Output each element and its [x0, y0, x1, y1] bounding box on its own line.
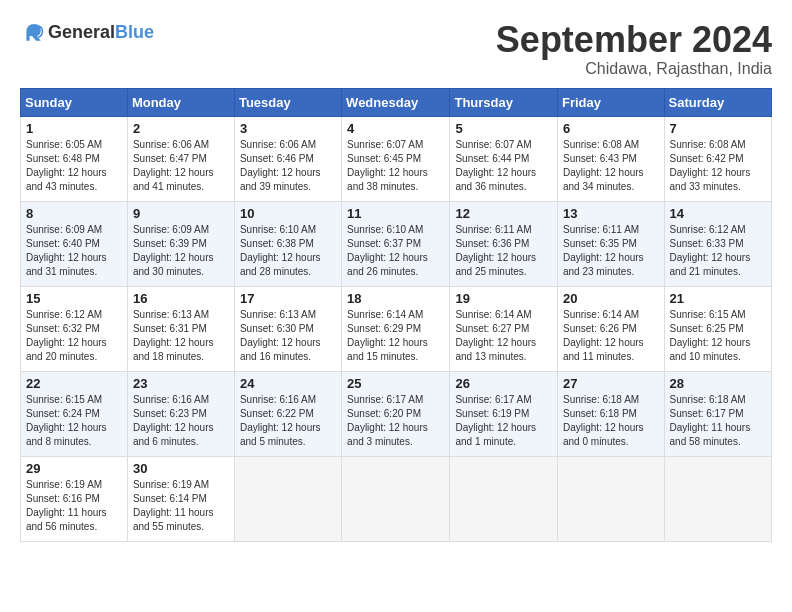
day-number: 7: [670, 121, 766, 136]
day-info: Sunrise: 6:15 AM Sunset: 6:25 PM Dayligh…: [670, 308, 766, 364]
calendar-cell: 12Sunrise: 6:11 AM Sunset: 6:36 PM Dayli…: [450, 201, 558, 286]
day-number: 8: [26, 206, 122, 221]
calendar-table: SundayMondayTuesdayWednesdayThursdayFrid…: [20, 88, 772, 542]
calendar-cell: 30Sunrise: 6:19 AM Sunset: 6:14 PM Dayli…: [127, 456, 234, 541]
calendar-cell: 5Sunrise: 6:07 AM Sunset: 6:44 PM Daylig…: [450, 116, 558, 201]
calendar-cell: [450, 456, 558, 541]
day-info: Sunrise: 6:05 AM Sunset: 6:48 PM Dayligh…: [26, 138, 122, 194]
calendar-cell: 18Sunrise: 6:14 AM Sunset: 6:29 PM Dayli…: [342, 286, 450, 371]
day-number: 27: [563, 376, 659, 391]
calendar-cell: 10Sunrise: 6:10 AM Sunset: 6:38 PM Dayli…: [234, 201, 341, 286]
day-number: 14: [670, 206, 766, 221]
day-info: Sunrise: 6:19 AM Sunset: 6:16 PM Dayligh…: [26, 478, 122, 534]
calendar-cell: 29Sunrise: 6:19 AM Sunset: 6:16 PM Dayli…: [21, 456, 128, 541]
day-info: Sunrise: 6:09 AM Sunset: 6:40 PM Dayligh…: [26, 223, 122, 279]
calendar-cell: 14Sunrise: 6:12 AM Sunset: 6:33 PM Dayli…: [664, 201, 771, 286]
day-info: Sunrise: 6:16 AM Sunset: 6:22 PM Dayligh…: [240, 393, 336, 449]
calendar-week-1: 1Sunrise: 6:05 AM Sunset: 6:48 PM Daylig…: [21, 116, 772, 201]
day-number: 16: [133, 291, 229, 306]
calendar-cell: 17Sunrise: 6:13 AM Sunset: 6:30 PM Dayli…: [234, 286, 341, 371]
day-number: 6: [563, 121, 659, 136]
calendar-cell: 11Sunrise: 6:10 AM Sunset: 6:37 PM Dayli…: [342, 201, 450, 286]
calendar-header-row: SundayMondayTuesdayWednesdayThursdayFrid…: [21, 88, 772, 116]
day-info: Sunrise: 6:10 AM Sunset: 6:37 PM Dayligh…: [347, 223, 444, 279]
day-number: 20: [563, 291, 659, 306]
month-title: September 2024: [496, 20, 772, 60]
weekday-header-wednesday: Wednesday: [342, 88, 450, 116]
calendar-cell: 24Sunrise: 6:16 AM Sunset: 6:22 PM Dayli…: [234, 371, 341, 456]
calendar-cell: 13Sunrise: 6:11 AM Sunset: 6:35 PM Dayli…: [558, 201, 665, 286]
calendar-cell: 1Sunrise: 6:05 AM Sunset: 6:48 PM Daylig…: [21, 116, 128, 201]
calendar-cell: 26Sunrise: 6:17 AM Sunset: 6:19 PM Dayli…: [450, 371, 558, 456]
day-info: Sunrise: 6:11 AM Sunset: 6:35 PM Dayligh…: [563, 223, 659, 279]
day-info: Sunrise: 6:06 AM Sunset: 6:47 PM Dayligh…: [133, 138, 229, 194]
calendar-cell: [664, 456, 771, 541]
weekday-header-friday: Friday: [558, 88, 665, 116]
day-info: Sunrise: 6:07 AM Sunset: 6:44 PM Dayligh…: [455, 138, 552, 194]
day-info: Sunrise: 6:13 AM Sunset: 6:30 PM Dayligh…: [240, 308, 336, 364]
calendar-cell: 8Sunrise: 6:09 AM Sunset: 6:40 PM Daylig…: [21, 201, 128, 286]
day-number: 29: [26, 461, 122, 476]
day-number: 18: [347, 291, 444, 306]
calendar-cell: 28Sunrise: 6:18 AM Sunset: 6:17 PM Dayli…: [664, 371, 771, 456]
calendar-cell: 2Sunrise: 6:06 AM Sunset: 6:47 PM Daylig…: [127, 116, 234, 201]
day-number: 30: [133, 461, 229, 476]
day-number: 24: [240, 376, 336, 391]
weekday-header-tuesday: Tuesday: [234, 88, 341, 116]
weekday-header-sunday: Sunday: [21, 88, 128, 116]
day-number: 11: [347, 206, 444, 221]
calendar-cell: 15Sunrise: 6:12 AM Sunset: 6:32 PM Dayli…: [21, 286, 128, 371]
day-number: 22: [26, 376, 122, 391]
day-info: Sunrise: 6:09 AM Sunset: 6:39 PM Dayligh…: [133, 223, 229, 279]
day-number: 1: [26, 121, 122, 136]
calendar-cell: 19Sunrise: 6:14 AM Sunset: 6:27 PM Dayli…: [450, 286, 558, 371]
day-info: Sunrise: 6:13 AM Sunset: 6:31 PM Dayligh…: [133, 308, 229, 364]
calendar-body: 1Sunrise: 6:05 AM Sunset: 6:48 PM Daylig…: [21, 116, 772, 541]
day-number: 19: [455, 291, 552, 306]
calendar-week-3: 15Sunrise: 6:12 AM Sunset: 6:32 PM Dayli…: [21, 286, 772, 371]
day-number: 26: [455, 376, 552, 391]
calendar-week-5: 29Sunrise: 6:19 AM Sunset: 6:16 PM Dayli…: [21, 456, 772, 541]
logo-icon: [20, 20, 44, 44]
day-number: 4: [347, 121, 444, 136]
day-info: Sunrise: 6:17 AM Sunset: 6:20 PM Dayligh…: [347, 393, 444, 449]
logo-general: General: [48, 22, 115, 42]
calendar-cell: 25Sunrise: 6:17 AM Sunset: 6:20 PM Dayli…: [342, 371, 450, 456]
calendar-cell: 3Sunrise: 6:06 AM Sunset: 6:46 PM Daylig…: [234, 116, 341, 201]
logo-blue: Blue: [115, 22, 154, 42]
day-number: 23: [133, 376, 229, 391]
day-number: 5: [455, 121, 552, 136]
calendar-cell: 21Sunrise: 6:15 AM Sunset: 6:25 PM Dayli…: [664, 286, 771, 371]
day-info: Sunrise: 6:15 AM Sunset: 6:24 PM Dayligh…: [26, 393, 122, 449]
day-number: 21: [670, 291, 766, 306]
day-info: Sunrise: 6:08 AM Sunset: 6:42 PM Dayligh…: [670, 138, 766, 194]
day-info: Sunrise: 6:10 AM Sunset: 6:38 PM Dayligh…: [240, 223, 336, 279]
day-number: 3: [240, 121, 336, 136]
calendar-cell: [558, 456, 665, 541]
calendar-cell: 16Sunrise: 6:13 AM Sunset: 6:31 PM Dayli…: [127, 286, 234, 371]
location-title: Chidawa, Rajasthan, India: [496, 60, 772, 78]
weekday-header-thursday: Thursday: [450, 88, 558, 116]
day-number: 10: [240, 206, 336, 221]
weekday-header-monday: Monday: [127, 88, 234, 116]
day-info: Sunrise: 6:06 AM Sunset: 6:46 PM Dayligh…: [240, 138, 336, 194]
day-info: Sunrise: 6:18 AM Sunset: 6:18 PM Dayligh…: [563, 393, 659, 449]
day-info: Sunrise: 6:14 AM Sunset: 6:27 PM Dayligh…: [455, 308, 552, 364]
day-number: 28: [670, 376, 766, 391]
day-number: 12: [455, 206, 552, 221]
day-number: 17: [240, 291, 336, 306]
day-info: Sunrise: 6:19 AM Sunset: 6:14 PM Dayligh…: [133, 478, 229, 534]
calendar-cell: 22Sunrise: 6:15 AM Sunset: 6:24 PM Dayli…: [21, 371, 128, 456]
day-number: 15: [26, 291, 122, 306]
day-number: 9: [133, 206, 229, 221]
calendar-cell: 23Sunrise: 6:16 AM Sunset: 6:23 PM Dayli…: [127, 371, 234, 456]
calendar-cell: 4Sunrise: 6:07 AM Sunset: 6:45 PM Daylig…: [342, 116, 450, 201]
calendar-cell: 9Sunrise: 6:09 AM Sunset: 6:39 PM Daylig…: [127, 201, 234, 286]
logo-text: GeneralBlue: [48, 22, 154, 43]
weekday-header-saturday: Saturday: [664, 88, 771, 116]
page-header: GeneralBlue September 2024 Chidawa, Raja…: [20, 20, 772, 78]
calendar-week-2: 8Sunrise: 6:09 AM Sunset: 6:40 PM Daylig…: [21, 201, 772, 286]
logo: GeneralBlue: [20, 20, 154, 44]
day-info: Sunrise: 6:14 AM Sunset: 6:29 PM Dayligh…: [347, 308, 444, 364]
title-section: September 2024 Chidawa, Rajasthan, India: [496, 20, 772, 78]
